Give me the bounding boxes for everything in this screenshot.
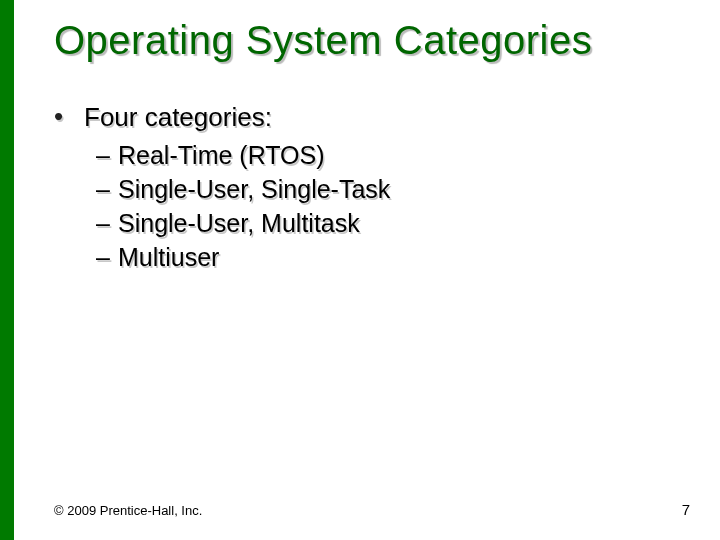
subitem-text: Single-User, Single-Task (118, 173, 390, 205)
footer-page-number: 7 (682, 501, 690, 518)
bullet-heading-text: Four categories: (84, 101, 272, 133)
subitem: – Single-User, Single-Task (96, 173, 720, 205)
slide-body: Operating System Categories • Four categ… (14, 0, 720, 540)
accent-sidebar (0, 0, 14, 540)
subitem-text: Single-User, Multitask (118, 207, 360, 239)
subitem: – Single-User, Multitask (96, 207, 720, 239)
subitem: – Multiuser (96, 241, 720, 273)
dash-icon: – (96, 139, 118, 171)
subitem: – Real-Time (RTOS) (96, 139, 720, 171)
slide-content: • Four categories: – Real-Time (RTOS) – … (54, 101, 720, 273)
footer-copyright: © 2009 Prentice-Hall, Inc. (54, 503, 202, 518)
dash-icon: – (96, 173, 118, 205)
dash-icon: – (96, 241, 118, 273)
dash-icon: – (96, 207, 118, 239)
bullet-level-1: • Four categories: (54, 101, 720, 133)
bullet-icon: • (54, 101, 84, 131)
subitem-text: Real-Time (RTOS) (118, 139, 325, 171)
slide-title: Operating System Categories (54, 18, 720, 63)
subitem-text: Multiuser (118, 241, 219, 273)
